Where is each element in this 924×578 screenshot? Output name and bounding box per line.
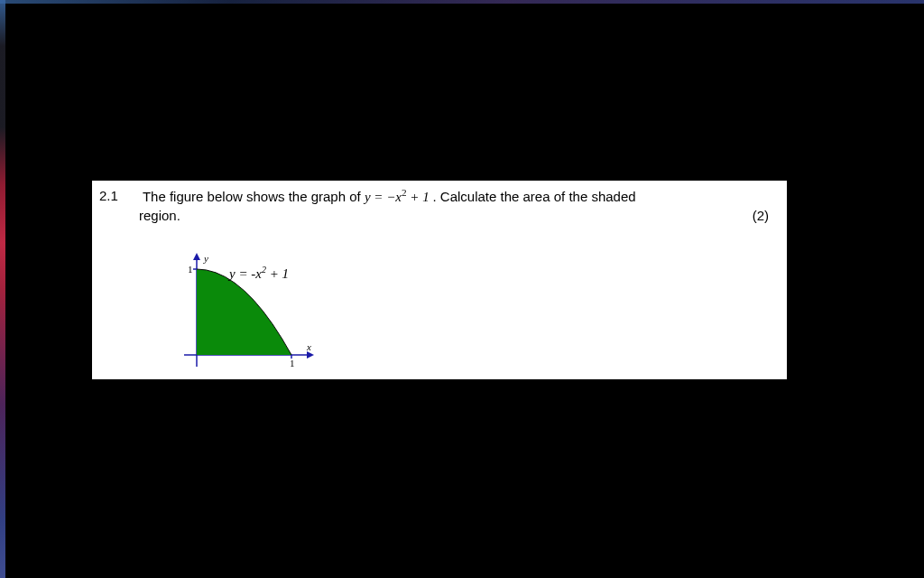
question-figure: 1 1 y x y = -x2 + 1 (170, 251, 404, 378)
question-text-line2: region. (139, 206, 180, 225)
question-text-line1: 2.1 The figure below shows the graph of … (99, 186, 776, 207)
question-number: 2.1 (99, 186, 139, 205)
window-left-accent (0, 0, 5, 578)
y-tick-1: 1 (188, 264, 193, 275)
equation-inline: y = −x2 + 1 (365, 190, 433, 204)
question-marks: (2) (753, 206, 769, 225)
equation-lhs: y (365, 190, 371, 204)
svg-marker-3 (307, 351, 314, 359)
shaded-region (197, 269, 291, 355)
svg-marker-1 (193, 253, 200, 260)
question-prompt: The figure below shows the graph of y = … (143, 189, 636, 204)
curve-label: y = -x2 + 1 (227, 265, 289, 281)
equation-rhs: = −x2 + 1 (371, 190, 430, 204)
x-tick-1: 1 (290, 358, 295, 368)
x-axis-label: x (306, 341, 311, 352)
window-top-accent (0, 0, 924, 4)
prompt-suffix: . Calculate the area of the shaded (432, 189, 635, 204)
prompt-prefix: The figure below shows the graph of (143, 189, 365, 204)
y-axis-label: y (203, 253, 208, 264)
question-card: 2.1 The figure below shows the graph of … (92, 181, 787, 379)
